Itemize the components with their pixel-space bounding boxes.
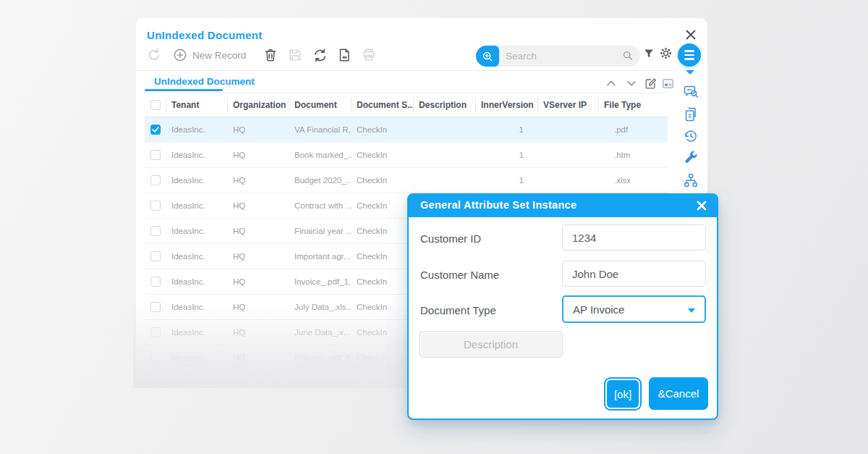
cancel-button[interactable]: &Cancel [649,377,708,410]
filter-icon[interactable] [642,47,655,63]
documents-icon[interactable] [682,106,699,123]
refresh-icon[interactable] [311,46,328,64]
cell-organization: HQ [228,252,289,261]
row-checkbox[interactable] [145,353,166,363]
document-type-label: Document Type [420,304,496,316]
cell-tenant: IdeasInc. [166,151,228,159]
cell-document: Budget 2020_... [289,176,352,185]
customer-id-field[interactable] [562,224,706,251]
table-row[interactable]: IdeasInc.HQBook marked_...CheckIn1.htm [145,143,668,168]
modal-title: General Attribute Set Instance [420,199,576,211]
cell-organization: HQ [228,303,289,311]
cell-status: CheckIn [352,328,414,337]
cell-tenant: IdeasInc. [166,277,228,286]
table-row[interactable]: IdeasInc.HQVA Financial R...CheckIn1.pdf [145,117,668,143]
row-checkbox[interactable] [145,150,166,160]
tab-unindexed-document[interactable]: UnIndexed Document [154,76,255,87]
description-field[interactable]: Description [419,331,563,358]
row-checkbox[interactable] [145,201,166,211]
document-type-select[interactable]: AP Invoice [562,295,706,323]
cell-status: CheckIn [352,252,414,261]
hamburger-menu-button[interactable] [678,43,701,67]
collapse-down-icon[interactable] [625,77,639,91]
search-icon[interactable] [622,50,634,64]
modal-close-icon[interactable] [697,201,707,211]
column-header-file-type[interactable]: File Type [599,98,658,112]
hierarchy-icon[interactable] [682,172,699,189]
column-header-vserver-ip[interactable]: VServer IP [538,98,599,112]
table-header-row: Tenant Organization Document Document S.… [145,93,668,117]
toolbar: New Record [145,44,378,66]
page-title: UnIndexed Document [147,29,263,41]
column-header-document[interactable]: Document [289,98,352,112]
cell-organization: HQ [228,227,289,235]
cell-file-type: .htm [599,151,658,159]
edit-icon[interactable] [644,77,658,91]
cell-tenant: IdeasInc. [166,328,228,337]
customer-name-field[interactable] [562,261,706,287]
cell-organization: HQ [228,353,289,362]
cell-status: CheckIn [352,176,414,185]
cell-organization: HQ [228,277,289,286]
row-checkbox[interactable] [145,327,166,337]
trash-icon[interactable] [262,46,279,64]
row-checkbox[interactable] [145,277,166,287]
wrench-icon[interactable] [682,149,699,167]
chevron-down-icon[interactable] [686,70,694,75]
row-checkbox[interactable] [145,125,166,135]
cell-document: June Data_.x... [289,328,352,337]
general-attribute-modal: General Attribute Set Instance Customer … [407,193,718,420]
cell-tenant: IdeasInc. [166,353,228,362]
search-bar [476,46,640,67]
select-all-checkbox[interactable] [145,98,166,112]
collapse-up-icon[interactable] [605,77,619,91]
cell-document: Finaicial year ... [289,227,352,235]
column-header-description[interactable]: Description [414,98,476,112]
cell-document: Contract with ... [289,201,352,210]
table-row[interactable]: IdeasInc.HQBudget 2020_...CheckIn1.xlsx [145,168,668,193]
cell-file-type: .xlsx [599,176,658,185]
cell-status: CheckIn [352,277,414,286]
screen: UnIndexed Document New Record [0,0,868,454]
panel-divider [136,70,676,71]
card-view-icon[interactable] [661,77,676,91]
cell-organization: HQ [228,176,289,185]
ok-button[interactable]: [ok] [605,379,640,409]
cell-status: CheckIn [352,201,414,210]
gear-icon[interactable] [658,46,673,64]
print-icon[interactable] [360,46,378,64]
save-icon[interactable] [286,46,304,64]
cell-tenant: IdeasInc. [166,201,228,210]
cell-status: CheckIn [352,151,414,159]
history-icon[interactable] [682,127,699,145]
new-record-button[interactable]: New Record [192,50,246,61]
cell-status: CheckIn [352,227,414,235]
new-record-plus-icon[interactable] [171,46,189,64]
row-checkbox[interactable] [145,175,166,185]
column-header-tenant[interactable]: Tenant [166,98,228,112]
row-checkbox[interactable] [145,226,166,236]
cell-tenant: IdeasInc. [166,176,228,185]
undo-icon[interactable] [145,46,163,64]
cell-tenant: IdeasInc. [166,125,228,134]
cell-status: CheckIn [352,353,414,362]
column-header-document-status[interactable]: Document S... [352,98,414,112]
export-document-icon[interactable] [336,46,353,64]
cell-inner-version: 1 [476,176,538,185]
zoom-search-icon[interactable] [476,46,499,67]
search-input[interactable] [506,46,610,66]
row-checkbox[interactable] [145,251,166,261]
row-checkbox[interactable] [145,302,166,312]
chat-search-icon[interactable] [682,83,699,101]
cell-inner-version: 1 [476,125,538,134]
column-header-innerversion[interactable]: InnerVersion [476,98,538,112]
column-header-organization[interactable]: Organization [228,98,289,112]
cell-document: Invoice_.pdf_1... [289,277,352,286]
customer-name-label: Customer Name [420,269,499,281]
cell-document: Important agr... [289,252,352,261]
cell-tenant: IdeasInc. [166,227,228,235]
cell-document: VA Financial R... [289,125,352,134]
cell-tenant: IdeasInc. [166,252,228,261]
cell-status: CheckIn [352,303,414,311]
close-icon[interactable] [684,28,697,41]
